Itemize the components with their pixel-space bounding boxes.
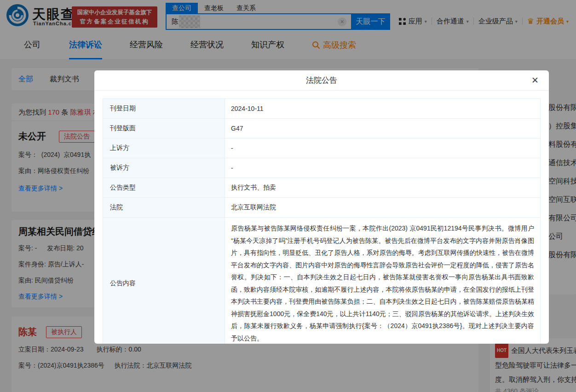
row-label: 上诉方: [103, 138, 225, 158]
table-row: 法院 北京互联网法院: [103, 198, 540, 218]
row-value: 2024-10-11: [225, 99, 540, 118]
row-label: 公告类型: [103, 178, 225, 197]
close-icon[interactable]: ✕: [530, 70, 541, 91]
row-label: 法院: [103, 198, 225, 217]
row-value: -: [225, 138, 540, 158]
row-label: 刊登版面: [103, 119, 225, 138]
modal-header: 法院公告 ✕: [94, 70, 549, 91]
row-label: 被诉方: [103, 158, 225, 178]
row-value: 北京互联网法院: [225, 198, 540, 217]
table-row: 被诉方 -: [103, 158, 540, 178]
modal-title: 法院公告: [94, 70, 549, 91]
table-row: 刊登日期 2024-10-11: [103, 99, 540, 119]
notice-detail-table: 刊登日期 2024-10-11 刊登版面 G47 上诉方 - 被诉方 - 公告类…: [103, 98, 541, 344]
row-value: -: [225, 158, 540, 178]
table-row-notice-content: 公告内容 原告杨某与被告陈某网络侵权责任纠纷一案，本院作出(2023) 京049…: [103, 218, 540, 344]
row-value: 执行文书、拍卖: [225, 178, 540, 197]
court-notice-modal: 法院公告 ✕ 刊登日期 2024-10-11 刊登版面 G47 上诉方 - 被诉…: [94, 70, 549, 344]
table-row: 公告类型 执行文书、拍卖: [103, 178, 540, 198]
table-row: 上诉方 -: [103, 138, 540, 158]
row-value: G47: [225, 119, 540, 138]
row-label: 公告内容: [103, 218, 225, 344]
notice-content-text: 原告杨某与被告陈某网络侵权责任纠纷一案，本院作出(2023) 京0491民初12…: [225, 218, 540, 344]
row-label: 刊登日期: [103, 99, 225, 118]
table-row: 刊登版面 G47: [103, 119, 540, 138]
